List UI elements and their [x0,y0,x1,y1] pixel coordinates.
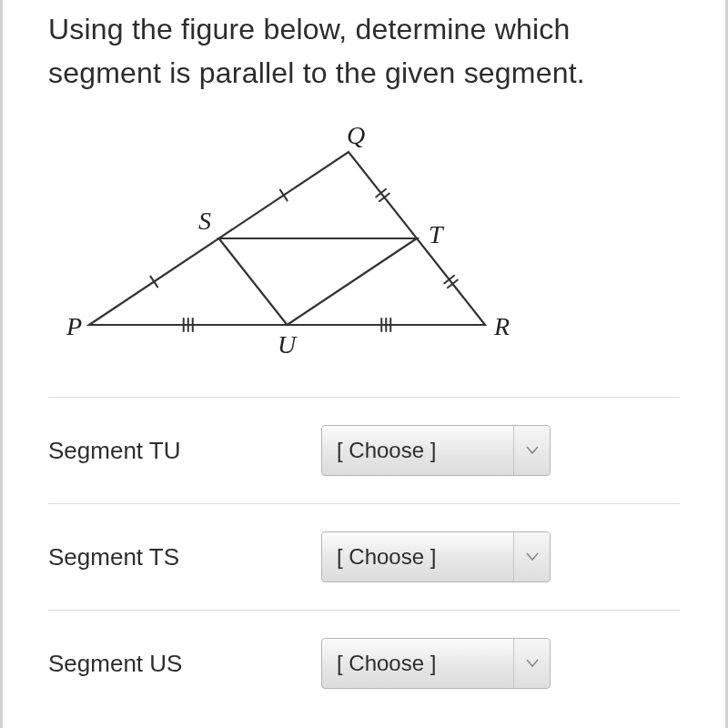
question-page: Using the figure below, determine which … [0,0,728,728]
item-row-segment-us: Segment US [ Choose ] [48,610,680,689]
item-label: Segment TS [48,543,285,571]
label-T: T [429,220,445,248]
item-row-segment-ts: Segment TS [ Choose ] [48,503,680,610]
chevron-down-icon [513,426,550,475]
item-label: Segment US [48,650,285,678]
svg-line-0 [150,277,157,288]
dropdown-placeholder: [ Choose ] [322,651,513,676]
label-Q: Q [347,121,365,149]
dropdown-placeholder: [ Choose ] [322,544,513,570]
item-row-segment-tu: Segment TU [ Choose ] [48,397,680,503]
label-P: P [66,312,82,340]
svg-line-5 [448,280,458,288]
chevron-down-icon [513,639,550,688]
choose-dropdown-tu[interactable]: [ Choose ] [321,425,551,476]
svg-line-2 [376,189,386,197]
choose-dropdown-us[interactable]: [ Choose ] [321,638,551,689]
chevron-down-icon [513,532,550,581]
dropdown-placeholder: [ Choose ] [322,438,513,463]
svg-line-4 [444,276,454,284]
svg-line-3 [379,194,389,202]
triangle-figure: P Q R S T U [48,120,531,375]
label-S: S [198,207,211,235]
label-U: U [278,330,298,359]
choose-dropdown-ts[interactable]: [ Choose ] [321,531,551,582]
question-prompt: Using the figure below, determine which … [48,0,680,120]
item-label: Segment TU [48,437,285,465]
label-R: R [493,312,510,340]
svg-line-1 [280,190,288,201]
